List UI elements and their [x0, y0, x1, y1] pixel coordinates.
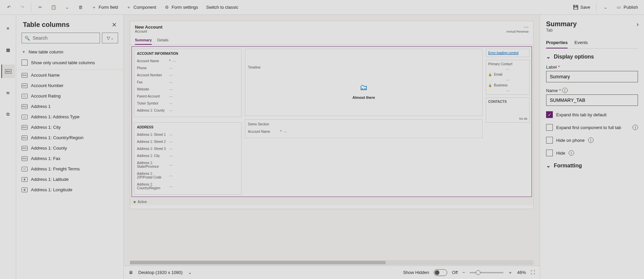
save-dropdown[interactable]: ⌄: [599, 3, 611, 12]
show-hidden-label: Show Hidden: [403, 270, 429, 275]
info-icon[interactable]: i: [569, 150, 574, 156]
column-item[interactable]: AbcAccount Number: [16, 80, 123, 91]
form-preview[interactable]: New Account Account ⋯ Annual Revenue Sum…: [130, 21, 534, 209]
type-icon: Abc: [22, 83, 28, 88]
lock-icon: 🔒: [488, 84, 492, 87]
zoom-in-button[interactable]: ＋: [508, 270, 512, 276]
zoom-out-button[interactable]: −: [462, 270, 465, 275]
columns-rail-icon[interactable]: Abc: [1, 65, 15, 78]
form-title: New Account: [135, 25, 163, 30]
type-icon: Abc: [22, 125, 28, 130]
column-item[interactable]: ▭Address 1: Address Type: [16, 112, 123, 122]
form-settings-button[interactable]: ⚙Form settings: [161, 3, 202, 12]
section-timeline[interactable]: Timeline 🗂 Almost there: [245, 49, 482, 116]
left-rail: ≡ ▦ Abc ≋ ⧉: [0, 15, 16, 279]
info-icon[interactable]: i: [562, 88, 568, 93]
hide-row[interactable]: Hide i: [546, 150, 638, 156]
contacts-card[interactable]: CONTACTS No da: [486, 97, 530, 123]
close-icon[interactable]: ✕: [112, 21, 117, 29]
column-item[interactable]: AbcAddress 1: [16, 101, 123, 112]
expand-first-row[interactable]: Expand first component to full tab i: [546, 124, 638, 131]
zoom-value: 46%: [517, 270, 526, 275]
column-list[interactable]: AbcAccount NameAbcAccount Number▭Account…: [16, 70, 123, 279]
delete-button[interactable]: 🗑: [74, 3, 86, 12]
show-unused-checkbox[interactable]: [22, 59, 28, 66]
collapse-panel-icon[interactable]: ›: [637, 21, 639, 28]
form-field-label: Form field: [99, 5, 118, 10]
type-icon: ▭: [22, 167, 28, 171]
section-formatting[interactable]: ⌄ Formatting: [546, 162, 638, 169]
column-item[interactable]: AbcAddress 1: Country/Region: [16, 132, 123, 143]
column-item[interactable]: AbcAccount Name: [16, 70, 123, 80]
expand-default-row[interactable]: ✓ Expand this tab by default: [546, 111, 638, 118]
tab-details[interactable]: Details: [157, 36, 169, 45]
undo-button[interactable]: ↶: [3, 3, 15, 12]
show-hidden-toggle[interactable]: [434, 269, 447, 276]
device-label[interactable]: Desktop (1920 x 1080): [138, 270, 183, 275]
info-icon[interactable]: i: [633, 125, 638, 130]
column-item[interactable]: ◐Address 1: Longitude: [16, 185, 123, 195]
horizontal-scrollbar[interactable]: [130, 260, 534, 265]
filter-button[interactable]: ▽⌄: [102, 33, 118, 43]
plus-icon: ＋: [22, 49, 26, 55]
save-button[interactable]: 💾Save: [570, 3, 594, 12]
new-table-column-button[interactable]: ＋ New table column: [16, 47, 123, 57]
column-item[interactable]: AbcAddress 1: City: [16, 122, 123, 132]
section-display-options[interactable]: ⌄ Display options: [546, 53, 638, 60]
show-unused-label: Show only unused table columns: [31, 60, 95, 65]
type-icon: ▭: [22, 94, 28, 98]
search-input[interactable]: [33, 35, 97, 41]
switch-classic-label: Switch to classic: [206, 5, 238, 10]
cut-button[interactable]: ✂: [34, 3, 46, 12]
search-input-wrap[interactable]: 🔍: [22, 33, 100, 43]
type-icon: Abc: [22, 104, 28, 109]
hamburger-icon[interactable]: ≡: [1, 22, 15, 35]
layers-rail-icon[interactable]: ≋: [1, 86, 15, 99]
column-item[interactable]: ▭Account Rating: [16, 91, 123, 101]
chevron-down-icon: ⌄: [546, 53, 550, 60]
components-rail-icon[interactable]: ▦: [1, 43, 15, 56]
props-subtitle: Tab: [546, 28, 638, 33]
chevron-down-icon: ⌄: [546, 162, 550, 169]
component-button[interactable]: ＋Component: [123, 3, 159, 12]
type-icon: Abc: [22, 146, 28, 151]
hide-checkbox[interactable]: [546, 150, 553, 156]
column-item[interactable]: ◐Address 1: Latitude: [16, 174, 123, 185]
info-icon[interactable]: i: [588, 137, 594, 143]
section-address[interactable]: ADDRESS Address 1: Street 1---Address 1:…: [134, 122, 242, 195]
tab-properties[interactable]: Properties: [546, 37, 568, 48]
paste-button[interactable]: 📋: [47, 3, 60, 12]
tab-events[interactable]: Events: [574, 37, 588, 48]
fit-icon[interactable]: ⛶: [531, 270, 535, 275]
folder-icon: 🗂: [360, 83, 368, 92]
show-unused-row[interactable]: Show only unused table columns: [16, 57, 123, 70]
paste-dropdown[interactable]: ⌄: [61, 3, 73, 12]
expand-first-checkbox[interactable]: [546, 124, 553, 131]
type-icon: Abc: [22, 73, 28, 78]
section-account-info[interactable]: ACCOUNT INFORMATION Account Name*---Phon…: [134, 49, 242, 117]
error-card[interactable]: Error loading control: [486, 49, 530, 57]
status-bar: 🖥 Desktop (1920 x 1080) ⌄ Show Hidden Of…: [124, 266, 540, 279]
tab-summary[interactable]: Summary: [135, 36, 152, 45]
redo-button[interactable]: ↷: [16, 3, 28, 12]
component-label: Component: [134, 5, 156, 10]
expand-default-checkbox[interactable]: ✓: [546, 111, 553, 118]
hide-phone-checkbox[interactable]: [546, 137, 553, 144]
zoom-slider[interactable]: [470, 272, 503, 273]
column-item[interactable]: AbcAddress 1: Fax: [16, 153, 123, 164]
section-demo[interactable]: Demo Section Account Name * ---: [245, 119, 482, 138]
tab-content-selected[interactable]: ACCOUNT INFORMATION Account Name*---Phon…: [132, 46, 532, 197]
label-input[interactable]: [546, 71, 638, 82]
type-icon: Abc: [22, 156, 28, 161]
primary-contact-card[interactable]: Primary Contact --- 🔒Email --- 🔒Business…: [486, 60, 530, 95]
form-subtitle: Account: [135, 30, 163, 33]
tree-rail-icon[interactable]: ⧉: [1, 108, 15, 121]
name-input[interactable]: [546, 94, 638, 106]
hide-phone-row[interactable]: Hide on phone i: [546, 137, 638, 144]
column-item[interactable]: ▭Address 1: Freight Terms: [16, 164, 123, 174]
publish-button[interactable]: ▭Publish: [613, 3, 641, 12]
column-item[interactable]: AbcAddress 1: County: [16, 143, 123, 153]
chevron-down-icon[interactable]: ⌄: [188, 270, 192, 275]
switch-classic-button[interactable]: Switch to classic: [203, 3, 242, 12]
form-field-button[interactable]: ＋Form field: [88, 3, 121, 12]
